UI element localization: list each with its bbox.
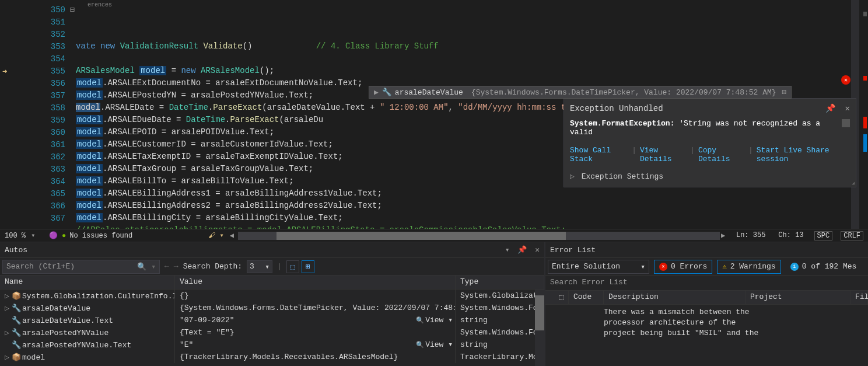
error-badge-icon[interactable]: ✕ (841, 75, 850, 85)
messages-filter[interactable]: i 0 of 192 Mes (786, 260, 862, 274)
grid-scrollbar[interactable] (535, 290, 544, 366)
table-row[interactable]: 🔧arsaleDateValue.Text"07-09-2022"🔍View ▾… (0, 314, 544, 326)
view-button[interactable]: 🔍View ▾ (416, 315, 453, 325)
exception-actions: Show Call Stack| View Details| Copy Deta… (570, 146, 850, 172)
tool-button-1[interactable]: ⬚ (286, 260, 299, 273)
dropdown-icon[interactable]: ▾ (505, 246, 510, 255)
copy-details-link[interactable]: Copy Details (698, 146, 745, 163)
line-number: 354 (0, 53, 76, 65)
wrench-icon: 🔧 (12, 340, 20, 350)
pin-icon[interactable]: ⊟ (782, 88, 787, 97)
references-codelens[interactable]: erences (88, 0, 112, 11)
line-number: 351 (0, 16, 76, 28)
exception-settings-toggle[interactable]: ▷ Exception Settings (570, 172, 850, 181)
error-list-panel: Error List Entire Solution▾ ✕ 0 Errors ⚠… (545, 242, 868, 366)
overview-ruler[interactable] (860, 0, 868, 229)
scroll-right-icon[interactable]: ▶ (721, 231, 728, 240)
errors-filter[interactable]: ✕ 0 Errors (654, 260, 712, 274)
line-number: 353 (0, 40, 76, 53)
line-number: 352 (0, 28, 76, 40)
col-indicator[interactable]: Ch: 13 (776, 231, 806, 240)
health-indicator-icon[interactable]: 🟣 (49, 231, 58, 240)
wrench-icon: 🔧 (12, 328, 20, 337)
error-search-input[interactable]: Search Error List (545, 276, 868, 291)
issues-text[interactable]: No issues found (69, 232, 132, 240)
panel-title: Autos (5, 246, 27, 255)
code-line[interactable]: model.ARSALEBillingAddress2 = arsaleBill… (76, 200, 868, 212)
horizontal-scrollbar[interactable]: ◀ ▶ (230, 231, 728, 240)
code-line[interactable]: ARSalesModel model = new ARSalesModel(); (76, 65, 868, 77)
close-icon[interactable]: ✕ (845, 104, 850, 113)
class-icon: 📦 (12, 291, 20, 301)
expand-icon[interactable]: ▷ (5, 353, 9, 362)
class-icon: 📦 (12, 353, 20, 362)
search-input[interactable]: Search (Ctrl+E) 🔍 ▾ (2, 260, 160, 274)
field-icon: 🔧 (382, 88, 391, 97)
error-icon: ✕ (659, 263, 667, 271)
line-number: 357 (0, 89, 76, 102)
table-row[interactable]: ▷📦model{TrackerLibrary.Models.Receivable… (0, 351, 544, 363)
code-line[interactable]: model.ARSALEBillingCity = arsaleBillingC… (76, 212, 868, 224)
warning-icon: ⚠ (722, 262, 726, 271)
chevron-right-icon: ▷ (570, 172, 575, 181)
nav-forward-icon[interactable]: → (174, 262, 178, 271)
search-icon[interactable]: 🔍 ▾ (137, 262, 156, 271)
view-details-link[interactable]: View Details (640, 146, 687, 163)
error-rows[interactable]: There was a mismatch between the process… (545, 305, 868, 366)
fold-icon[interactable]: ⊟ (70, 5, 75, 15)
depth-dropdown[interactable]: 3▾ (247, 260, 272, 273)
expand-icon[interactable]: ▷ (5, 291, 9, 301)
code-line[interactable]: //ARSales.staticarsalebillingstate = mod… (76, 224, 868, 229)
eol-indicator[interactable]: CRLF (841, 231, 863, 240)
line-number: 365 (0, 187, 76, 200)
line-number: 367 (0, 212, 76, 224)
autos-panel: Autos ▾ 📌 ✕ Search (Ctrl+E) 🔍 ▾ ← → Sear… (0, 242, 545, 366)
resize-grip-icon[interactable]: ◢ (852, 180, 855, 186)
wrench-icon: 🔧 (12, 304, 20, 313)
scope-dropdown[interactable]: Entire Solution▾ (548, 260, 649, 274)
indent-indicator[interactable]: SPC (814, 231, 833, 240)
depth-label: Search Depth: (183, 262, 242, 271)
copy-icon[interactable] (842, 119, 850, 127)
line-number: 359 (0, 114, 76, 126)
pin-icon[interactable]: 📌 (825, 104, 835, 113)
execution-pointer-icon: ➜ (2, 67, 12, 76)
wrench-icon: 🔧 (12, 316, 20, 325)
tool-button-2[interactable]: ⊞ (302, 260, 314, 273)
code-line[interactable]: model.ARSALEBillingAddress1 = arsaleBill… (76, 187, 868, 200)
code-line[interactable] (76, 53, 868, 65)
nav-back-icon[interactable]: ← (164, 262, 169, 271)
table-row[interactable]: 🔧arsalePostedYNValue.Text"E"🔍View ▾strin… (0, 339, 544, 351)
table-row[interactable]: ▷📦System.Globalization.CultureInfo.Inv..… (0, 290, 544, 302)
datatip-name: arsaleDateValue (395, 88, 463, 97)
code-line[interactable]: vate new ValidationResult Validate() // … (76, 40, 868, 53)
severity-column-icon[interactable]: ⬚ (545, 291, 569, 304)
pin-icon[interactable]: 📌 (517, 246, 527, 255)
table-row[interactable]: ▷🔧arsalePostedYNValue{Text = "E"}System.… (0, 326, 544, 339)
datatip-value: {System.Windows.Forms.DateTimePicker, Va… (471, 88, 776, 97)
scroll-left-icon[interactable]: ◀ (230, 231, 237, 240)
error-grid-header[interactable]: ⬚ Code Description Project File (545, 291, 868, 305)
code-editor[interactable]: 350⊟351352353354355➜35635735835936036136… (0, 0, 868, 229)
view-button[interactable]: 🔍View ▾ (416, 340, 453, 349)
table-row[interactable]: ▷🔧arsaleDateValue{System.Windows.Forms.D… (0, 302, 544, 314)
cleanup-icon[interactable]: 🖌 ▾ (208, 231, 223, 240)
live-share-link[interactable]: Start Live Share session (757, 146, 850, 163)
expand-icon[interactable]: ▷ (5, 304, 9, 313)
datatip-tooltip[interactable]: ▶ 🔧 arsaleDateValue {System.Windows.Form… (369, 86, 792, 99)
exception-message: System.FormatException: 'String was not … (570, 119, 850, 146)
line-indicator[interactable]: Ln: 355 (734, 231, 768, 240)
exception-popup: Exception Unhandled 📌 ✕ System.FormatExc… (564, 98, 856, 187)
show-call-stack-link[interactable]: Show Call Stack (570, 146, 628, 163)
expand-icon[interactable]: ▶ (374, 88, 379, 97)
grid-header[interactable]: Name Value Type (0, 276, 544, 290)
grid-body[interactable]: ▷📦System.Globalization.CultureInfo.Inv..… (0, 290, 544, 366)
warnings-filter[interactable]: ⚠ 2 Warnings (717, 260, 780, 274)
line-number: 355➜ (0, 65, 76, 77)
error-row[interactable]: There was a mismatch between the process… (545, 305, 868, 339)
zoom-level[interactable]: 100 % ▾ (5, 231, 46, 240)
expand-icon[interactable]: ▷ (5, 328, 9, 337)
editor-statusbar: 100 % ▾ 🟣 ● No issues found 🖌 ▾ ◀ ▶ Ln: … (0, 229, 868, 242)
line-number: 358 (0, 102, 76, 114)
close-icon[interactable]: ✕ (535, 246, 540, 255)
